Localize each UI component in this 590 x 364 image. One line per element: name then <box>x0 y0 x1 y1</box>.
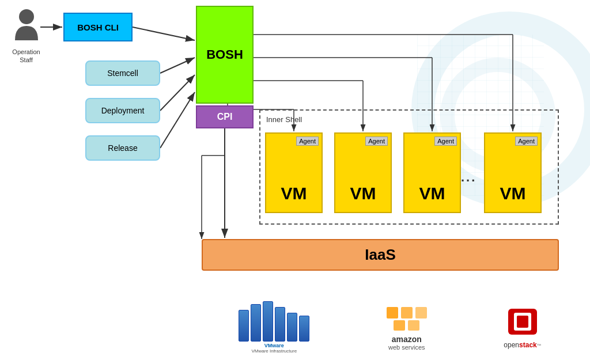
server-unit-2 <box>251 304 261 342</box>
svg-rect-21 <box>401 307 413 318</box>
iaas-box: IaaS <box>202 239 559 271</box>
svg-rect-23 <box>394 320 405 331</box>
person-icon: Operation Staff <box>10 9 42 65</box>
release-box: Release <box>85 135 160 161</box>
stemcell-label: Stemcell <box>107 69 138 78</box>
vm-box-1: Agent VM <box>265 132 323 213</box>
svg-line-6 <box>160 75 195 111</box>
agent-label-1: Agent <box>296 136 319 146</box>
openstack-logo: openstack™ <box>504 306 541 349</box>
agent-label-2: Agent <box>365 136 388 146</box>
cpi-label: CPI <box>217 112 233 122</box>
svg-line-5 <box>160 58 195 73</box>
bosh-box: BOSH <box>196 6 254 104</box>
iaas-label: IaaS <box>365 246 396 264</box>
server-unit-3 <box>263 301 273 342</box>
server-unit-1 <box>239 310 249 342</box>
vmware-label: VMware VMware Infrastructure <box>251 343 297 354</box>
vm-box-3: Agent VM <box>403 132 461 213</box>
svg-rect-27 <box>517 316 528 328</box>
svg-rect-20 <box>387 307 398 318</box>
bosh-cli-box: BOSH CLI <box>63 13 133 41</box>
bottom-logos: VMware VMware Infrastructure amazon web … <box>202 301 578 354</box>
svg-rect-24 <box>408 320 419 331</box>
openstack-label: openstack™ <box>504 341 541 349</box>
cpi-box: CPI <box>196 105 254 128</box>
server-stack <box>239 301 309 342</box>
vmware-logo: VMware VMware Infrastructure <box>239 301 309 354</box>
diagram-container: Operation Staff BOSH CLI BOSH CPI Stemce… <box>0 0 590 364</box>
bosh-label: BOSH <box>206 47 243 62</box>
svg-line-4 <box>133 27 195 40</box>
operation-staff-label: Operation Staff <box>10 48 42 65</box>
bosh-cli-label: BOSH CLI <box>77 22 119 32</box>
inner-shell-label: Inner Shell <box>266 115 302 124</box>
server-unit-4 <box>275 307 285 342</box>
agent-label-4: Agent <box>515 136 538 146</box>
svg-point-0 <box>19 9 34 24</box>
server-unit-6 <box>299 316 309 342</box>
vm-label-1: VM <box>266 184 322 203</box>
vm-label-3: VM <box>404 184 460 203</box>
ellipsis: ... <box>461 170 476 185</box>
vm-box-4: Agent VM <box>484 132 542 213</box>
agent-label-3: Agent <box>434 136 457 146</box>
vm-label-4: VM <box>485 184 540 203</box>
deployment-box: Deployment <box>85 98 160 123</box>
release-label: Release <box>108 143 137 153</box>
svg-line-7 <box>160 92 195 148</box>
deployment-label: Deployment <box>101 106 145 115</box>
svg-rect-22 <box>415 307 427 318</box>
aws-logo: amazon web services <box>384 304 430 351</box>
vm-box-2: Agent VM <box>334 132 392 213</box>
stemcell-box: Stemcell <box>85 60 160 86</box>
vm-label-2: VM <box>335 184 391 203</box>
server-unit-5 <box>287 313 297 342</box>
